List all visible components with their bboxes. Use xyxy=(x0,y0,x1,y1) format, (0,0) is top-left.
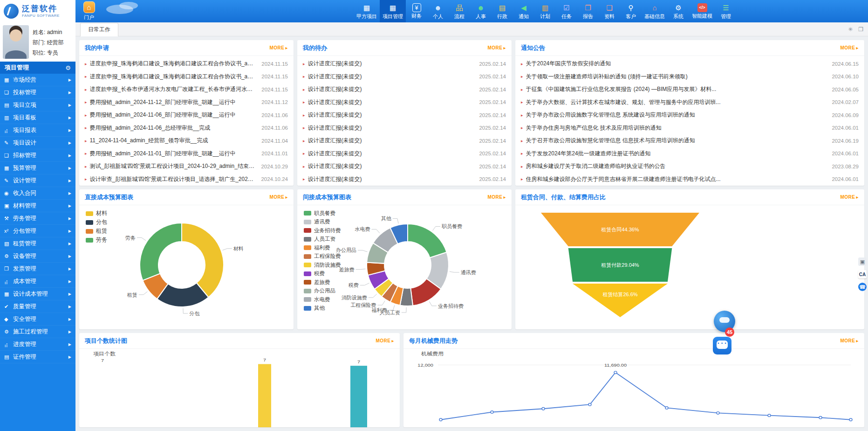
legend-item[interactable]: 人员工资 xyxy=(304,235,341,244)
list-item[interactable]: ▸进度款申报_珠海鹤港口建设_珠海鹤港口建设工程合作协议书_admin_...2… xyxy=(85,57,288,70)
list-item[interactable]: ▸关于发放2024年第24批一级建造师注册证书的通知2024.06.01 xyxy=(521,147,859,160)
legend-item[interactable]: 其他 xyxy=(304,304,341,313)
list-item[interactable]: ▸关于2024年国庆节放假安排的通知2024.06.15 xyxy=(521,57,859,70)
top-nav-item-7[interactable]: ▤行政 xyxy=(492,0,513,22)
list-item[interactable]: ▸进度款申报_长春市伊通河水力发电厂改建工程_长春市伊通河水力发电...2024… xyxy=(85,83,288,96)
sidebar-menu-item-2[interactable]: ❏投标管理▶ xyxy=(0,86,75,99)
top-nav-item-4[interactable]: ☻个人 xyxy=(427,0,449,22)
sidebar-menu-item-6[interactable]: ✎项目设计▶ xyxy=(0,137,75,149)
list-item[interactable]: ▸测试_彭祖新城'四馆'景观工程设计项目_2024-10-29_admin_结束… xyxy=(85,160,288,173)
list-item[interactable]: ▸设计进度汇报(未提交)2025.02.14 xyxy=(303,122,506,135)
list-item[interactable]: ▸设计进度汇报(未提交)2025.02.14 xyxy=(303,160,506,173)
more-link[interactable]: MORE▸ xyxy=(487,195,506,200)
more-link[interactable]: MORE▸ xyxy=(840,338,859,343)
module-settings-gear-icon[interactable]: ⚙ xyxy=(65,64,71,71)
list-item[interactable]: ▸关于举办市政公用设施数字化管理信息 系统建设与应用培训班的通知2024.06.… xyxy=(521,109,859,122)
list-item[interactable]: ▸设计进度汇报(未提交)2025.02.14 xyxy=(303,96,506,109)
top-nav-item-9[interactable]: ▥计划 xyxy=(534,0,556,22)
top-nav-item-10[interactable]: ☑任务 xyxy=(556,0,577,22)
list-item[interactable]: ▸于征集《中国建筑施工行业信息化发展报告 (2024) —BIM应用与发展》材料… xyxy=(521,83,859,96)
more-link[interactable]: MORE▸ xyxy=(840,195,859,200)
portal-nav-item[interactable]: ⌂ 门户 xyxy=(77,0,101,22)
sidebar-menu-item-9[interactable]: ✎设计管理▶ xyxy=(0,174,75,187)
sidebar-menu-item-20[interactable]: ◆安全管理▶ xyxy=(0,313,75,326)
sidebar-menu-item-3[interactable]: ▤项目立项▶ xyxy=(0,99,75,111)
top-nav-item-6[interactable]: ☻人事 xyxy=(470,0,492,22)
list-item[interactable]: ▸关于召开市政公用设施智慧化管理信息 信息技术与应用培训班的通知2024.06.… xyxy=(521,134,859,147)
list-item[interactable]: ▸设计进度汇报(未提交)2025.02.14 xyxy=(303,70,506,83)
list-item[interactable]: ▸费用报销_admin_2024-11-06_部门经理审批_胡建__运行中202… xyxy=(85,109,288,122)
top-nav-item-15[interactable]: ⚙系统 xyxy=(668,0,689,22)
legend-item[interactable]: 差旅费 xyxy=(304,278,341,287)
sidebar-menu-item-18[interactable]: ▦设计成本管理▶ xyxy=(0,288,75,300)
list-item[interactable]: ▸设计审查_彭祖新城'四馆'景观工程设计项目_请选择_胡广生_2024-10-2… xyxy=(85,173,288,186)
legend-item[interactable]: 材料 xyxy=(86,209,107,218)
legend-item[interactable]: 劳务 xyxy=(86,236,107,244)
legend-item[interactable]: 分包 xyxy=(86,218,107,227)
legend-item[interactable]: 租赁 xyxy=(86,227,107,236)
service-phone-icon[interactable]: ☎ xyxy=(858,283,867,291)
list-item[interactable]: ▸11_2024-11-04_admin_经营部_领导审批__完成2024.11… xyxy=(85,134,288,147)
ca-certificate-button[interactable]: CA xyxy=(858,270,867,278)
top-nav-item-2[interactable]: ▦项目管理 xyxy=(380,0,406,22)
list-item[interactable]: ▸设计进度汇报(未提交)2025.02.14 xyxy=(303,57,506,70)
sidebar-menu-item-5[interactable]: ⣴项目报表▶ xyxy=(0,124,75,137)
sidebar-menu-item-17[interactable]: ⣴成本管理▶ xyxy=(0,275,75,288)
list-item[interactable]: ▸费用报销_admin_2024-11-12_部门经理审批_胡建__运行中202… xyxy=(85,96,288,109)
sidebar-menu-item-10[interactable]: ◉收入合同▶ xyxy=(0,187,75,200)
top-nav-item-8[interactable]: ◀通知 xyxy=(513,0,534,22)
more-link[interactable]: MORE▸ xyxy=(487,45,506,50)
expand-panel-icon[interactable]: ❐ xyxy=(858,26,863,33)
sidebar-menu-item-22[interactable]: ⣴进度管理▶ xyxy=(0,338,75,351)
more-link[interactable]: MORE▸ xyxy=(376,338,394,343)
sidebar-menu-item-8[interactable]: ▦预算管理▶ xyxy=(0,162,75,174)
sidebar-menu-item-19[interactable]: ✔质量管理▶ xyxy=(0,300,75,313)
more-link[interactable]: MORE▸ xyxy=(269,195,288,200)
sidebar-menu-item-16[interactable]: ❒发票管理▶ xyxy=(0,263,75,275)
top-nav-item-3[interactable]: ¥财务 xyxy=(406,0,427,22)
sidebar-menu-item-14[interactable]: ▧租赁管理▶ xyxy=(0,237,75,250)
sidebar-menu-item-13[interactable]: x²分包管理▶ xyxy=(0,225,75,237)
top-nav-item-16[interactable]: </>智能建模 xyxy=(689,0,715,22)
sidebar-menu-item-15[interactable]: ⚙设备管理▶ xyxy=(0,250,75,263)
list-item[interactable]: ▸关于举办大数据、云计算技术在城市建设、规划、管理与服务中的应用培训班...20… xyxy=(521,96,859,109)
legend-item[interactable]: 通讯费 xyxy=(304,218,341,227)
more-link[interactable]: MORE▸ xyxy=(840,45,859,50)
list-item[interactable]: ▸费用报销_admin_2024-11-01_部门经理审批_胡建__运行中202… xyxy=(85,147,288,160)
top-nav-item-17[interactable]: ☰管理 xyxy=(715,0,737,22)
list-item[interactable]: ▸费用报销_admin_2024-11-06_总经理审批__完成2024.11.… xyxy=(85,122,288,135)
legend-item[interactable]: 税费 xyxy=(304,270,341,278)
list-item[interactable]: ▸设计进度汇报(未提交)2025.02.14 xyxy=(303,83,506,96)
legend-item[interactable]: 办公用品 xyxy=(304,287,341,296)
list-item[interactable]: ▸进度款申报_珠海鹤港口建设_珠海鹤港口建设工程合作协议书_admin_...2… xyxy=(85,70,288,83)
legend-item[interactable]: 水电费 xyxy=(304,295,341,304)
list-item[interactable]: ▸设计进度汇报(未提交)2025.02.14 xyxy=(303,109,506,122)
list-item[interactable]: ▸设计进度汇报(未提交)2025.02.14 xyxy=(303,173,506,186)
sidebar-menu-item-1[interactable]: ▦市场经营▶ xyxy=(0,74,75,86)
list-item[interactable]: ▸设计进度汇报(未提交)2025.02.14 xyxy=(303,147,506,160)
top-nav-item-12[interactable]: ❏资料 xyxy=(599,0,620,22)
list-item[interactable]: ▸关于举办住房与房地产信息化 技术及应用培训班的通知2024.06.01 xyxy=(521,122,859,135)
list-item[interactable]: ▸关于领取一级注册建造师培训补贴的通知 (须持一建证书前来领取)2024.06.… xyxy=(521,70,859,83)
list-item[interactable]: ▸住房和城乡建设部办公厅关于同意吉林省开展二级建造师注册证书电子化试点...20… xyxy=(521,173,859,186)
key-icon[interactable]: ✳ xyxy=(848,26,853,33)
side-tool-icon[interactable]: ▣ xyxy=(858,257,867,266)
sidebar-menu-item-23[interactable]: ▤证件管理▶ xyxy=(0,351,75,363)
legend-item[interactable]: 消防设施费 xyxy=(304,261,341,270)
sidebar-menu-item-21[interactable]: ⚙施工过程管理▶ xyxy=(0,326,75,338)
sidebar-menu-item-4[interactable]: ▥项目看板▶ xyxy=(0,111,75,124)
legend-item[interactable]: 福利费 xyxy=(304,243,341,252)
more-link[interactable]: MORE▸ xyxy=(269,45,288,50)
legend-item[interactable]: 职员餐费 xyxy=(304,209,341,218)
sidebar-menu-item-11[interactable]: ▣材料管理▶ xyxy=(0,200,75,212)
top-nav-item-5[interactable]: 品流程 xyxy=(449,0,470,22)
sidebar-menu-item-7[interactable]: ❑招标管理▶ xyxy=(0,149,75,162)
list-item[interactable]: ▸设计进度汇报(未提交)2025.02.14 xyxy=(303,134,506,147)
top-nav-item-11[interactable]: ❐报告 xyxy=(577,0,599,22)
top-nav-item-14[interactable]: ⌂基础信息 xyxy=(642,0,668,22)
sidebar-menu-item-12[interactable]: ⚒劳务管理▶ xyxy=(0,212,75,225)
chat-button[interactable] xyxy=(713,337,731,355)
list-item[interactable]: ▸房和城乡建设厅关于取消二级建造师临时执业证书的公告2023.08.29 xyxy=(521,160,859,173)
legend-item[interactable]: 工程保险费 xyxy=(304,252,341,261)
top-nav-item-13[interactable]: ⚲客户 xyxy=(620,0,642,22)
